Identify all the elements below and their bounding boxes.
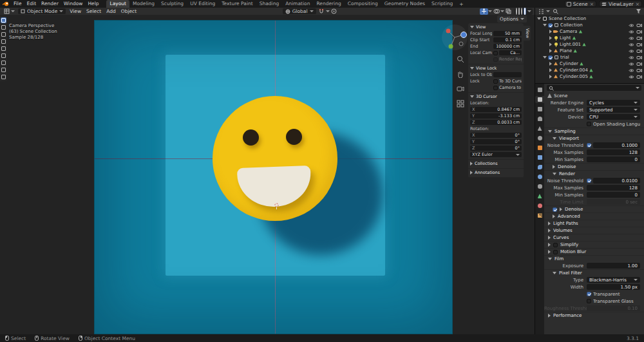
cursor-location-field[interactable]: Z0.0033 cm — [470, 120, 522, 125]
property-field[interactable]: CPU — [587, 114, 640, 120]
cursor-location-field[interactable]: Y-3.133 cm — [470, 113, 522, 119]
viewport-menu-item[interactable]: Select — [84, 8, 104, 15]
properties-tab[interactable] — [535, 202, 544, 209]
expand-arrow-icon[interactable] — [543, 24, 547, 26]
cursor-rotation-field[interactable]: Z0° — [470, 146, 522, 151]
expand-arrow-icon[interactable] — [549, 36, 552, 40]
rotation-order-dropdown[interactable]: XYZ Euler — [470, 152, 522, 157]
section-sampling[interactable]: Sampling — [544, 128, 644, 135]
expand-arrow-icon[interactable] — [549, 68, 552, 72]
shading-rendered-button[interactable] — [524, 8, 526, 15]
outliner-row[interactable]: Scene Collection — [535, 15, 644, 22]
disable-render-camera-icon[interactable] — [636, 62, 642, 66]
viewlayer-unlink-button[interactable]: × — [636, 1, 639, 7]
camera-to-view-checkbox[interactable] — [493, 86, 498, 90]
hide-viewport-eye-icon[interactable] — [629, 62, 634, 66]
disable-render-camera-icon[interactable] — [636, 49, 642, 53]
axis-neg-ball[interactable] — [459, 42, 463, 46]
editor-type-button[interactable] — [2, 8, 17, 15]
measure-tool-icon[interactable] — [1, 67, 6, 73]
property-field[interactable]: 1.00 — [587, 263, 640, 269]
viewlayer-selector[interactable]: ViewLayer × — [599, 1, 642, 7]
property-field[interactable]: 0.0100 — [593, 178, 640, 184]
properties-tab[interactable] — [535, 86, 544, 93]
denoise-checkbox[interactable] — [553, 207, 557, 212]
cursor-rotation-field[interactable]: Y0° — [470, 139, 522, 144]
outliner-row[interactable]: Light — [535, 35, 644, 41]
outliner-row[interactable]: Plane — [535, 48, 644, 54]
ortho-grid-icon[interactable] — [456, 99, 465, 108]
property-checkbox[interactable] — [587, 299, 591, 303]
hide-viewport-eye-icon[interactable] — [629, 68, 634, 73]
expand-arrow-icon[interactable] — [549, 49, 552, 53]
add-workspace-button[interactable]: + — [456, 1, 466, 7]
property-checkbox[interactable] — [587, 143, 591, 147]
subsection-viewport[interactable]: Viewport — [544, 135, 644, 142]
workspace-tab[interactable]: Modeling — [129, 0, 158, 8]
outliner-editor-chevron[interactable] — [546, 10, 550, 14]
overlays-toggle[interactable] — [492, 8, 500, 15]
properties-search-input[interactable] — [547, 85, 641, 91]
topbar-menu-item[interactable]: Edit — [24, 0, 39, 8]
property-checkbox[interactable] — [587, 178, 591, 183]
property-field[interactable]: Cycles — [587, 100, 640, 106]
shading-wireframe-button[interactable] — [516, 8, 517, 14]
scene-selector[interactable]: Scene × — [564, 1, 596, 7]
viewport-menu-item[interactable]: View — [67, 8, 84, 15]
add-cube-tool-icon[interactable] — [1, 74, 6, 80]
properties-tab[interactable] — [535, 96, 544, 103]
expand-arrow-icon[interactable] — [537, 17, 541, 20]
properties-section-header[interactable]: Volumes — [544, 227, 644, 234]
snap-options-button[interactable] — [326, 10, 330, 14]
properties-tab[interactable] — [535, 183, 544, 190]
outliner-row[interactable]: Collection — [535, 22, 644, 28]
property-checkbox[interactable] — [587, 292, 591, 296]
properties-tab[interactable] — [535, 212, 544, 219]
subsection-advanced[interactable]: Advanced — [544, 213, 644, 220]
search-icon[interactable] — [553, 8, 558, 14]
lock-to-object-field[interactable] — [493, 72, 522, 77]
property-field[interactable]: 128 — [587, 185, 640, 191]
local-camera-field[interactable]: Ca... — [499, 50, 522, 55]
hide-viewport-eye-icon[interactable] — [629, 55, 634, 60]
scale-tool-icon[interactable] — [1, 46, 6, 52]
section-checkbox[interactable] — [553, 250, 558, 254]
property-field[interactable]: 0 — [587, 192, 640, 198]
mode-selector[interactable]: Object Mode — [18, 8, 66, 14]
disable-render-camera-icon[interactable] — [636, 68, 642, 73]
outliner-row[interactable]: Cylinder.005 — [535, 73, 644, 80]
breadcrumb-scene[interactable]: Scene — [554, 93, 567, 99]
npanel-view-lock-header[interactable]: View Lock — [468, 64, 524, 71]
move-tool-icon[interactable] — [1, 32, 6, 37]
outliner-row[interactable]: Cylinder.004 — [535, 67, 644, 73]
axis-z-ball[interactable] — [461, 32, 467, 38]
topbar-menu-item[interactable]: Window — [61, 0, 86, 8]
transform-orientation-selector[interactable]: Global — [283, 8, 316, 14]
npanel-view-header[interactable]: View — [468, 23, 524, 30]
workspace-tab[interactable]: Scripting — [428, 0, 456, 8]
transform-tool-icon[interactable] — [1, 53, 6, 59]
outliner-row[interactable]: Light.001 — [535, 41, 644, 48]
npanel-annotations-header[interactable]: Annotations — [468, 169, 524, 176]
collection-checkbox[interactable] — [548, 23, 553, 28]
viewport-menu-item[interactable]: Add — [104, 8, 118, 15]
shading-options-button[interactable] — [527, 10, 531, 14]
hide-viewport-eye-icon[interactable] — [629, 43, 634, 47]
workspace-tab[interactable]: UV Editing — [187, 0, 218, 8]
blender-logo-icon[interactable] — [2, 1, 10, 7]
properties-tab[interactable] — [535, 115, 544, 122]
property-field[interactable]: 1.50 px — [587, 284, 640, 290]
select-box-tool-icon[interactable] — [1, 17, 6, 23]
disable-render-camera-icon[interactable] — [636, 30, 642, 34]
section-performance[interactable]: Performance — [544, 312, 644, 319]
snap-toggle[interactable] — [317, 8, 326, 15]
workspace-tab[interactable]: Texture Paint — [218, 0, 256, 8]
topbar-menu-item[interactable]: File — [11, 0, 24, 8]
disable-render-camera-icon[interactable] — [636, 75, 642, 79]
properties-section-header[interactable]: Motion Blur — [544, 248, 644, 255]
disable-render-camera-icon[interactable] — [636, 36, 642, 41]
hide-viewport-eye-icon[interactable] — [629, 30, 634, 34]
topbar-menu-item[interactable]: Help — [85, 0, 101, 8]
property-field[interactable]: Transparent Glass — [593, 298, 640, 304]
property-field[interactable]: 128 — [587, 149, 640, 155]
